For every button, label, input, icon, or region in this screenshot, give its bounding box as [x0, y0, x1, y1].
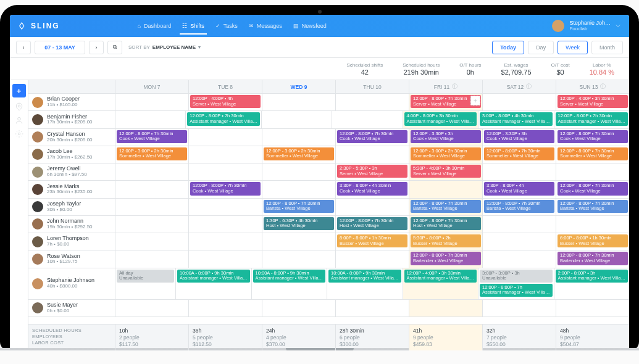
- day-cell[interactable]: 12:00P - 8:00P • 7h 30minSommelier • Wes…: [556, 146, 629, 163]
- day-cell[interactable]: 10:00A - 8:00P • 9h 30minAssistant manag…: [327, 268, 402, 300]
- nav-tasks[interactable]: ✓Tasks: [215, 17, 238, 35]
- shift-block[interactable]: 12:00P - 8:00P • 7h 30minSommelier • Wes…: [558, 147, 628, 160]
- day-cell[interactable]: 3:00P - 8:00P • 4h 30minAssistant manage…: [478, 111, 553, 128]
- day-cell[interactable]: 12:00P - 3:30P • 3hCook • West Village: [409, 129, 482, 146]
- day-cell[interactable]: [115, 181, 188, 197]
- copy-week-button[interactable]: ⧉: [107, 41, 122, 54]
- day-cell[interactable]: [335, 94, 409, 110]
- day-cell[interactable]: 5:30P - 4:00P • 3h 30minServer • West Vi…: [409, 163, 482, 180]
- day-cell[interactable]: 12:00P - 3:00P • 2h 30minSommelier • Wes…: [115, 146, 188, 163]
- day-cell[interactable]: [482, 216, 556, 233]
- day-cell[interactable]: [482, 163, 556, 180]
- day-cell[interactable]: [188, 250, 262, 267]
- day-cell[interactable]: [115, 163, 188, 180]
- shift-block[interactable]: 3:00P - 8:00P • 4h 30minAssistant manage…: [480, 112, 552, 125]
- day-cell[interactable]: [482, 300, 556, 316]
- day-cell[interactable]: [115, 199, 188, 215]
- day-cell[interactable]: [482, 250, 556, 267]
- employee-name-cell[interactable]: Jessie Marks 23h 30min • $235.00: [28, 181, 115, 197]
- day-cell[interactable]: 12:00P - 8:00P • 7h 30minBartender • Wes…: [409, 250, 482, 267]
- day-cell[interactable]: 12:00P - 8:00P • 7h 30minAssistant manag…: [554, 111, 629, 128]
- employee-name-cell[interactable]: Brian Cooper 11h • $165.00: [28, 94, 115, 110]
- employee-name-cell[interactable]: Loren Thompson 7h • $0.00: [28, 233, 115, 250]
- employee-name-cell[interactable]: Rose Watson 10h • $129.75: [28, 250, 115, 267]
- day-cell[interactable]: [188, 216, 262, 233]
- shift-block[interactable]: 2:00P - 8:00P • 3hAssistant manager • We…: [556, 270, 628, 283]
- day-cell[interactable]: [188, 300, 262, 316]
- day-cell[interactable]: [262, 250, 335, 267]
- day-cell[interactable]: [188, 129, 262, 146]
- day-cell[interactable]: 12:00P - 3:00P • 2h 30minSommelier • Wes…: [262, 146, 335, 163]
- location-icon[interactable]: [15, 102, 23, 111]
- shift-block[interactable]: 10:00A - 8:00P • 9h 30minAssistant manag…: [177, 270, 249, 283]
- shift-block[interactable]: 12:00P - 8:00P • 7h 30minBarista • West …: [411, 200, 481, 213]
- shift-block[interactable]: 10:00A - 8:00P • 9h 30minAssistant manag…: [253, 270, 325, 283]
- sort-by-dropdown[interactable]: SORT BY EMPLOYEE NAME ▾: [128, 44, 201, 50]
- day-cell[interactable]: [556, 216, 629, 233]
- day-cell[interactable]: [115, 250, 188, 267]
- nav-shifts[interactable]: ☷Shifts: [182, 17, 204, 35]
- employee-name-cell[interactable]: Jacob Lee 17h 30min • $262.50: [28, 146, 115, 163]
- employee-name-cell[interactable]: Susie Mayer 0h • $0.00: [28, 300, 115, 316]
- day-header[interactable]: THU 10: [335, 80, 409, 93]
- employee-name-cell[interactable]: Crystal Hanson 20h 30min • $205.00: [28, 129, 115, 146]
- prev-week-button[interactable]: ‹: [16, 41, 31, 54]
- day-cell[interactable]: [556, 300, 629, 316]
- day-cell[interactable]: 12:00P - 8:00P • 7h 30minCook • West Vil…: [556, 181, 629, 197]
- shift-block[interactable]: 5:30P - 8:00P • 2hBusser • West Village: [411, 234, 481, 247]
- day-cell[interactable]: [188, 146, 262, 163]
- shift-block[interactable]: 12:00P - 8:00P • 7h 30minAssistant manag…: [556, 112, 628, 125]
- shift-block[interactable]: 10:00A - 8:00P • 9h 30minAssistant manag…: [328, 270, 401, 283]
- employee-name-cell[interactable]: Stephanie Johnson 40h • $800.00: [28, 268, 115, 300]
- day-cell[interactable]: [482, 94, 556, 110]
- day-cell[interactable]: 12:00P - 8:00P • 7h 30minServer • West V…: [409, 94, 482, 110]
- shift-block[interactable]: 12:00P - 8:00P • 7h 30minBartender • Wes…: [558, 252, 628, 265]
- day-cell[interactable]: 2:30P - 5:30P • 3hServer • West Village: [335, 163, 409, 180]
- shift-block[interactable]: 8:00P - 8:00P • 1h 30minBusser • West Vi…: [337, 234, 407, 247]
- day-cell[interactable]: 5:30P - 8:00P • 2hBusser • West Village: [409, 233, 482, 250]
- shift-block[interactable]: 12:00P - 4:00P • 3h 30minAssistant manag…: [404, 270, 477, 283]
- day-cell[interactable]: [335, 300, 409, 316]
- day-cell[interactable]: 3:30P - 8:00P • 4hCook • West Village: [482, 181, 556, 197]
- brand-logo[interactable]: SLING: [19, 22, 60, 30]
- employee-name-cell[interactable]: John Normann 19h 30min • $292.50: [28, 216, 115, 233]
- shift-block[interactable]: All dayUnavailable: [117, 270, 174, 283]
- day-cell[interactable]: 12:00P - 8:00P • 7h 30minCook • West Vil…: [115, 129, 188, 146]
- day-cell[interactable]: [188, 163, 262, 180]
- shift-block[interactable]: 12:00P - 4:00P • 3h 30minServer • West V…: [558, 95, 628, 108]
- day-cell[interactable]: [409, 181, 482, 197]
- shift-block[interactable]: 12:00P - 8:00P • 7h 30minBarista • West …: [484, 200, 554, 213]
- day-cell[interactable]: 12:00P - 8:00P • 7h 30minBarista • West …: [409, 199, 482, 215]
- day-cell[interactable]: 3:30P - 8:00P • 4h 30minCook • West Vill…: [335, 181, 409, 197]
- day-cell[interactable]: 12:00P - 8:00P • 7h 30minSommelier • Wes…: [482, 146, 556, 163]
- day-cell[interactable]: 3:00P - 3:00P • 3hUnavailable12:00P - 8:…: [478, 268, 553, 300]
- shift-block[interactable]: 12:00P - 4:00P • 4hServer • West Village: [190, 95, 261, 108]
- nav-dashboard[interactable]: ⌂Dashboard: [138, 17, 171, 35]
- shift-block[interactable]: 12:00P - 8:00P • 7h 30minSommelier • Wes…: [484, 147, 554, 160]
- day-header[interactable]: SUN 13 ⓘ: [556, 80, 629, 93]
- day-cell[interactable]: 10:00A - 8:00P • 9h 30minAssistant manag…: [251, 268, 327, 300]
- day-cell[interactable]: [556, 163, 629, 180]
- nav-newsfeed[interactable]: ▤Newsfeed: [293, 17, 327, 35]
- shift-block[interactable]: 3:00P - 3:00P • 3hUnavailable: [480, 270, 552, 283]
- shift-block[interactable]: 12:00P - 3:00P • 2h 30minSommelier • Wes…: [411, 147, 481, 160]
- day-cell[interactable]: [115, 94, 188, 110]
- day-cell[interactable]: 12:00P - 4:00P • 3h 30minServer • West V…: [556, 94, 629, 110]
- day-cell[interactable]: [115, 300, 188, 316]
- day-cell[interactable]: 12:00P - 8:00P • 7h 30minHost • West Vil…: [335, 216, 409, 233]
- day-header[interactable]: SAT 12 ⓘ: [482, 80, 556, 93]
- day-cell[interactable]: 4:00P - 8:00P • 3h 30minAssistant manage…: [403, 111, 478, 128]
- day-cell[interactable]: [262, 300, 335, 316]
- shift-block[interactable]: 12:00P - 8:00P • 7hAssistant manager • W…: [480, 284, 552, 297]
- day-cell[interactable]: 12:00P - 4:00P • 3h 30minAssistant manag…: [403, 268, 478, 300]
- day-cell[interactable]: [188, 233, 262, 250]
- today-button[interactable]: Today: [492, 41, 524, 54]
- day-cell[interactable]: [115, 216, 188, 233]
- day-cell[interactable]: 8:00P - 8:00P • 1h 30minBusser • West Vi…: [335, 233, 409, 250]
- shift-block[interactable]: 6:00P - 8:00P • 1h 30minBusser • West Vi…: [558, 234, 628, 247]
- employee-name-cell[interactable]: Jeremy Owell 6h 30min • $97.50: [28, 163, 115, 180]
- shift-block[interactable]: 2:30P - 5:30P • 3hServer • West Village: [337, 165, 407, 178]
- day-cell[interactable]: [335, 199, 409, 215]
- day-cell[interactable]: 12:00P - 3:00P • 2h 30minSommelier • Wes…: [409, 146, 482, 163]
- day-cell[interactable]: [409, 300, 482, 316]
